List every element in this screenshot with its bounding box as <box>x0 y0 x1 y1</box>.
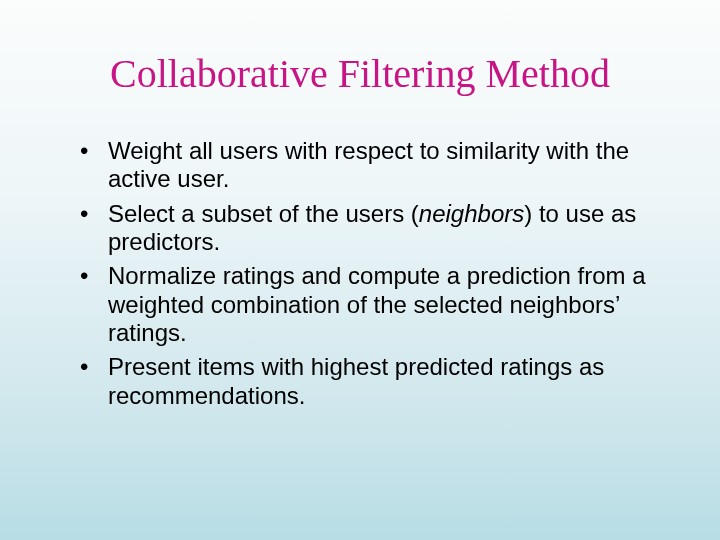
bullet-text: Weight all users with respect to similar… <box>108 137 629 192</box>
list-item: Present items with highest predicted rat… <box>80 353 660 410</box>
list-item: Select a subset of the users (neighbors)… <box>80 200 660 257</box>
bullet-italic: neighbors <box>419 200 524 227</box>
list-item: Normalize ratings and compute a predicti… <box>80 262 660 347</box>
bullet-text: Select a subset of the users ( <box>108 200 419 227</box>
slide: Collaborative Filtering Method Weight al… <box>0 0 720 540</box>
bullet-text: Normalize ratings and compute a predicti… <box>108 262 646 346</box>
bullet-list: Weight all users with respect to similar… <box>80 137 660 410</box>
list-item: Weight all users with respect to similar… <box>80 137 660 194</box>
slide-title: Collaborative Filtering Method <box>50 50 670 97</box>
bullet-text: Present items with highest predicted rat… <box>108 353 604 408</box>
